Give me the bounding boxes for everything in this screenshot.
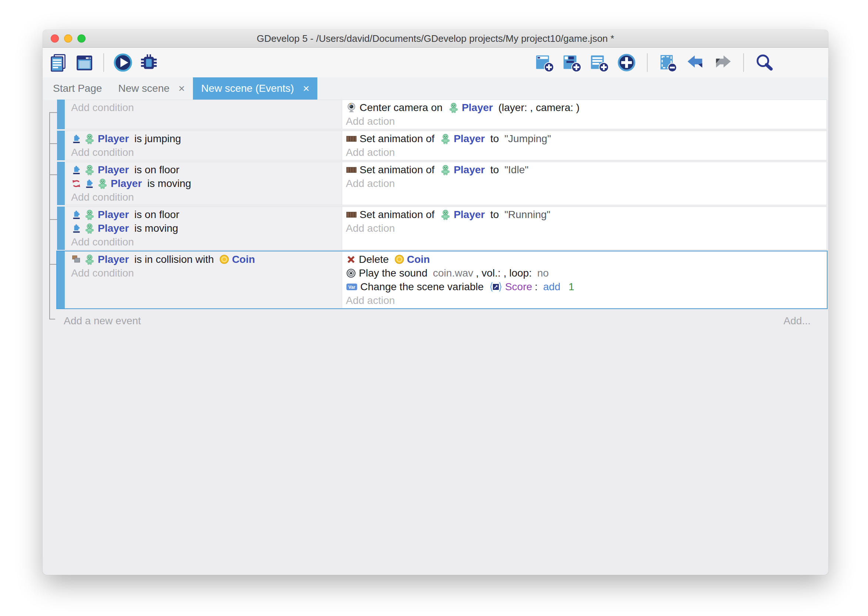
add-condition-button[interactable]: Add condition [66, 235, 342, 249]
text-segment: is in collision with [132, 254, 217, 266]
action-line[interactable]: Play the sound coin.wav, vol.: , loop: n… [342, 266, 827, 280]
event-1[interactable]: Add conditionCenter camera on Player (la… [57, 100, 827, 129]
player-object-icon [440, 164, 451, 176]
add-subevent-icon[interactable] [562, 53, 582, 72]
undo-icon[interactable] [686, 53, 705, 72]
add-comment-icon[interactable] [589, 53, 609, 72]
add-action-button[interactable]: Add action [342, 294, 827, 307]
toolbar-separator [103, 53, 104, 72]
play-icon[interactable] [113, 53, 133, 72]
player-object-icon [84, 164, 95, 176]
toolbar-separator [743, 53, 744, 72]
event-color-bar [57, 251, 65, 308]
text-segment: Delete [359, 254, 392, 266]
text-segment: Center camera on [360, 102, 445, 114]
text-segment: Set animation of [360, 133, 437, 145]
add-action-button[interactable]: Add action [342, 146, 827, 159]
add-action-button[interactable]: Add action [342, 115, 827, 128]
scene-variable-badge-icon [489, 282, 503, 292]
scene-editor-icon[interactable] [74, 53, 94, 72]
text-segment: 1 [568, 281, 574, 293]
action-line[interactable]: Center camera on Player (layer: , camera… [342, 101, 827, 115]
text-segment: add [543, 281, 561, 293]
condition-line[interactable]: Player is in collision with Coin [66, 253, 342, 266]
text-segment: Player [98, 254, 129, 266]
event-color-bar [57, 207, 65, 250]
event-cells: Add conditionCenter camera on Player (la… [66, 100, 827, 129]
condition-line[interactable]: Player is on floor [66, 208, 342, 222]
add-new-event-button[interactable]: Add a new event [64, 315, 141, 327]
platformer-behavior-icon [71, 165, 82, 175]
condition-line[interactable]: Player is moving [66, 222, 342, 235]
tab-new-scene[interactable]: New scene× [110, 77, 193, 100]
redo-icon[interactable] [713, 53, 733, 72]
animation-icon [346, 134, 357, 144]
variable-icon: Var [346, 282, 358, 292]
tab-close-icon[interactable]: × [303, 83, 310, 94]
condition-line[interactable]: Player is moving [66, 177, 342, 190]
action-line[interactable]: Set animation of Player to "Idle" [342, 163, 827, 177]
tab-close-icon[interactable]: × [178, 83, 185, 94]
add-circle-icon[interactable] [616, 53, 637, 72]
title-bar: GDevelop 5 - /Users/david/Documents/GDev… [42, 30, 829, 48]
search-icon[interactable] [754, 53, 774, 72]
gdevelop-window: GDevelop 5 - /Users/david/Documents/GDev… [42, 30, 829, 575]
tree-connector-line [49, 319, 55, 319]
event-2[interactable]: Player is jumpingAdd conditionSet animat… [57, 131, 827, 160]
add-action-button[interactable]: Add action [342, 177, 827, 190]
tab-bar: Start PageNew scene×New scene (Events)× [42, 77, 829, 100]
project-manager-icon[interactable] [49, 53, 69, 72]
player-object-icon [97, 178, 108, 189]
action-line[interactable]: VarChange the scene variable Score: add … [342, 280, 827, 294]
desktop: GDevelop 5 - /Users/david/Documents/GDev… [0, 0, 868, 616]
action-line[interactable]: Delete Coin [342, 253, 827, 266]
zoom-window-button[interactable] [77, 35, 85, 42]
platformer-behavior-icon [71, 209, 82, 220]
add-action-button[interactable]: Add action [342, 222, 827, 235]
text-segment: is moving [132, 223, 178, 234]
tree-connector-line [49, 174, 57, 175]
window-title: GDevelop 5 - /Users/david/Documents/GDev… [256, 33, 614, 44]
actions-cell: Delete CoinPlay the sound coin.wav, vol.… [342, 252, 827, 308]
close-window-button[interactable] [51, 35, 59, 42]
event-5[interactable]: Player is in collision with CoinAdd cond… [57, 251, 827, 308]
player-object-icon [84, 223, 95, 234]
add-condition-button[interactable]: Add condition [66, 190, 342, 204]
delete-icon [346, 254, 356, 265]
events-list: Add conditionCenter camera on Player (la… [57, 100, 827, 332]
event-cells: Player is on floorPlayer is movingAdd co… [66, 162, 827, 205]
add-condition-button[interactable]: Add condition [66, 101, 342, 115]
minimize-window-button[interactable] [64, 35, 72, 42]
add-condition-button[interactable]: Add condition [66, 146, 342, 159]
action-line[interactable]: Set animation of Player to "Jumping" [342, 132, 827, 146]
add-condition-button[interactable]: Add condition [66, 266, 342, 280]
platformer-behavior-icon [84, 178, 94, 189]
event-cells: Player is on floorPlayer is movingAdd co… [66, 207, 827, 250]
condition-line[interactable]: Player is on floor [66, 163, 342, 177]
tree-connector-line [49, 112, 50, 319]
event-color-bar [57, 100, 65, 129]
player-object-icon [84, 133, 95, 145]
actions-cell: Center camera on Player (layer: , camera… [342, 100, 827, 129]
player-object-icon [84, 209, 95, 220]
event-3[interactable]: Player is on floorPlayer is movingAdd co… [57, 162, 827, 205]
text-segment: is on floor [132, 209, 179, 221]
text-segment: "Jumping" [504, 133, 551, 145]
delete-event-icon[interactable] [658, 53, 678, 72]
tree-connector-line [49, 219, 57, 220]
tree-connector-line [49, 143, 57, 144]
add-event-icon[interactable] [535, 53, 554, 72]
condition-line[interactable]: Player is jumping [66, 132, 342, 146]
action-line[interactable]: Set animation of Player to "Running" [342, 208, 827, 222]
camera-icon [346, 102, 357, 113]
text-segment: : [535, 281, 541, 293]
debug-icon[interactable] [139, 53, 159, 72]
add-more-button[interactable]: Add... [783, 315, 811, 327]
event-4[interactable]: Player is on floorPlayer is movingAdd co… [57, 207, 827, 250]
animation-icon [346, 210, 357, 220]
text-segment: to [487, 209, 502, 221]
player-object-icon [448, 102, 459, 113]
text-segment: Set animation of [360, 164, 437, 176]
tab-start-page[interactable]: Start Page [45, 77, 110, 100]
tab-new-scene-events[interactable]: New scene (Events)× [193, 77, 318, 100]
